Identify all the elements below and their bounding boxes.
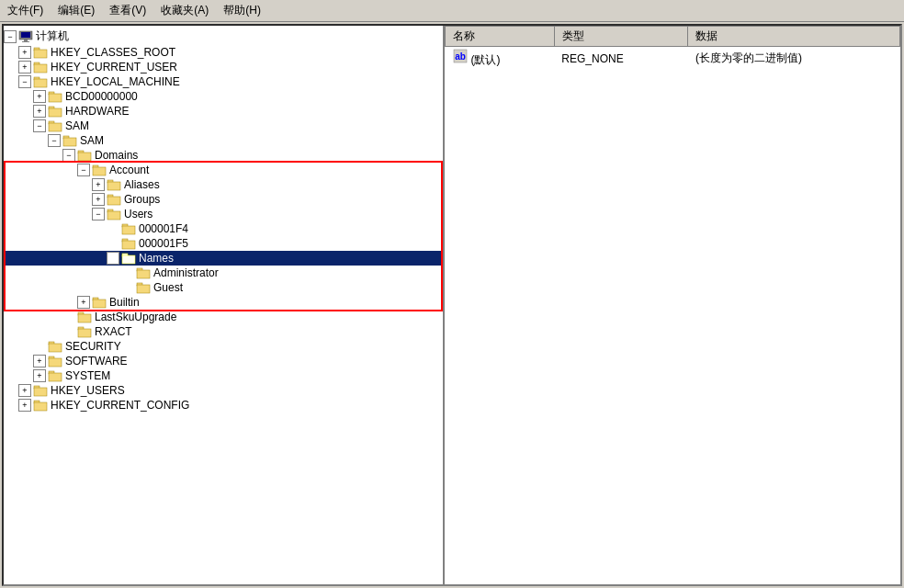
tree-node-label: 计算机 — [36, 28, 69, 44]
expand-button[interactable]: − — [18, 75, 31, 88]
expand-button[interactable]: − — [77, 164, 90, 176]
tree-node-label: HKEY_LOCAL_MACHINE — [51, 75, 180, 88]
tree-row-computer[interactable]: −计算机 — [4, 28, 443, 45]
tree-node: −SAM — [4, 133, 443, 148]
svg-rect-47 — [49, 358, 62, 367]
expand-button[interactable]: + — [92, 193, 105, 206]
tree-row-sam_sub[interactable]: −SAM — [4, 133, 443, 148]
svg-rect-13 — [49, 108, 62, 117]
tree-row-hklm[interactable]: −HKEY_LOCAL_MACHINE — [4, 74, 443, 89]
tree-node: Guest — [4, 280, 443, 295]
svg-rect-53 — [34, 402, 47, 411]
tree-node-label: Names — [139, 252, 174, 265]
menubar-item[interactable]: 收藏夹(A) — [157, 2, 212, 19]
tree-row-users[interactable]: −Users — [4, 207, 443, 221]
detail-pane: 名称 类型 数据 ab(默认)REG_NONE(长度为零的二进制值) — [445, 26, 900, 584]
menubar: 文件(F)编辑(E)查看(V)收藏夹(A)帮助(H) — [0, 0, 904, 22]
tree-pane[interactable]: −计算机+HKEY_CLASSES_ROOT+HKEY_CURRENT_USER… — [4, 26, 445, 584]
expand-button[interactable]: + — [18, 61, 31, 74]
expand-button[interactable]: − — [107, 252, 119, 265]
tree-node-label: Guest — [153, 281, 183, 294]
tree-node: +SOFTWARE — [4, 354, 443, 368]
svg-rect-41 — [78, 314, 91, 322]
detail-table: 名称 类型 数据 ab(默认)REG_NONE(长度为零的二进制值) — [445, 26, 900, 71]
tree-row-hku[interactable]: +HKEY_USERS — [4, 383, 443, 398]
menubar-item[interactable]: 查看(V) — [106, 2, 150, 19]
tree-row-builtin[interactable]: +Builtin — [4, 295, 443, 310]
expand-button[interactable]: + — [92, 178, 105, 191]
tree-row-lastsku[interactable]: LastSkuUpgrade — [4, 310, 443, 324]
tree-row-domains[interactable]: −Domains — [4, 148, 443, 163]
tree-node-label: HKEY_USERS — [51, 384, 125, 397]
tree-node-label: 000001F4 — [139, 222, 188, 235]
tree-node-label: HKEY_CURRENT_CONFIG — [51, 399, 189, 412]
svg-rect-1 — [21, 32, 30, 38]
expand-button[interactable]: + — [33, 105, 46, 118]
expand-button[interactable]: + — [33, 355, 46, 368]
expand-button[interactable]: + — [33, 369, 46, 382]
tree-node: +HKEY_CLASSES_ROOT — [4, 45, 443, 60]
expand-button[interactable]: + — [33, 90, 46, 103]
tree-node: +HKEY_CURRENT_CONFIG — [4, 398, 443, 413]
tree-row-hkcc[interactable]: +HKEY_CURRENT_CONFIG — [4, 398, 443, 413]
svg-rect-45 — [49, 344, 62, 352]
tree-row-bcd[interactable]: +BCD00000000 — [4, 89, 443, 104]
tree-node: +Aliases — [4, 177, 443, 192]
tree-node-label: LastSkuUpgrade — [95, 311, 176, 323]
svg-rect-2 — [24, 40, 28, 41]
tree-node: −Domains — [4, 148, 443, 163]
tree-row-hkcu[interactable]: +HKEY_CURRENT_USER — [4, 60, 443, 74]
tree-node: −Account — [4, 163, 443, 177]
expand-button[interactable]: + — [77, 296, 90, 309]
svg-rect-33 — [122, 255, 135, 264]
detail-row[interactable]: ab(默认)REG_NONE(长度为零的二进制值) — [446, 47, 900, 71]
tree-node: SECURITY — [4, 339, 443, 354]
expand-button[interactable]: − — [48, 134, 61, 147]
tree-node: LastSkuUpgrade — [4, 310, 443, 324]
col-data: 数据 — [688, 27, 900, 47]
tree-row-user2[interactable]: 000001F5 — [4, 236, 443, 251]
expand-button[interactable]: − — [62, 149, 75, 162]
tree-node-label: SAM — [80, 134, 104, 147]
expand-button[interactable]: − — [33, 119, 46, 132]
tree-node-label: BCD00000000 — [65, 90, 138, 103]
svg-rect-7 — [34, 64, 47, 73]
tree-row-security[interactable]: SECURITY — [4, 339, 443, 354]
expand-button[interactable]: + — [18, 399, 31, 412]
tree-node: +HKEY_USERS — [4, 383, 443, 398]
expand-button[interactable]: − — [92, 208, 105, 220]
tree-row-software[interactable]: +SOFTWARE — [4, 354, 443, 368]
tree-row-sam_root[interactable]: −SAM — [4, 119, 443, 133]
tree-row-account[interactable]: −Account — [4, 163, 443, 177]
svg-rect-37 — [137, 285, 150, 293]
tree-node: +HARDWARE — [4, 104, 443, 119]
tree-node-label: Account — [109, 164, 149, 176]
expand-button[interactable]: + — [18, 46, 31, 59]
svg-rect-3 — [22, 41, 29, 42]
tree-node-label: Domains — [95, 149, 138, 162]
tree-row-names[interactable]: −Names — [4, 251, 443, 266]
menubar-item[interactable]: 文件(F) — [4, 2, 47, 19]
tree-row-aliases[interactable]: +Aliases — [4, 177, 443, 192]
tree-row-hkcr[interactable]: +HKEY_CLASSES_ROOT — [4, 45, 443, 60]
tree-node: +SYSTEM — [4, 368, 443, 383]
svg-rect-51 — [34, 388, 47, 396]
svg-rect-39 — [93, 300, 106, 308]
svg-rect-23 — [107, 182, 120, 190]
expand-button[interactable]: − — [4, 30, 17, 43]
tree-row-administrator[interactable]: Administrator — [4, 266, 443, 280]
expand-button[interactable]: + — [18, 384, 31, 397]
tree-node: +Builtin — [4, 295, 443, 310]
tree-row-system[interactable]: +SYSTEM — [4, 368, 443, 383]
tree-row-guest[interactable]: Guest — [4, 280, 443, 295]
tree-row-user1[interactable]: 000001F4 — [4, 221, 443, 236]
menubar-item[interactable]: 编辑(E) — [54, 2, 98, 19]
tree-row-groups[interactable]: +Groups — [4, 192, 443, 207]
tree-row-hardware[interactable]: +HARDWARE — [4, 104, 443, 119]
tree-row-rxact[interactable]: RXACT — [4, 324, 443, 339]
tree-node-label: SYSTEM — [65, 369, 110, 382]
tree-node: RXACT — [4, 324, 443, 339]
menubar-item[interactable]: 帮助(H) — [220, 2, 265, 19]
col-type: 类型 — [554, 27, 688, 47]
svg-rect-17 — [63, 138, 76, 146]
